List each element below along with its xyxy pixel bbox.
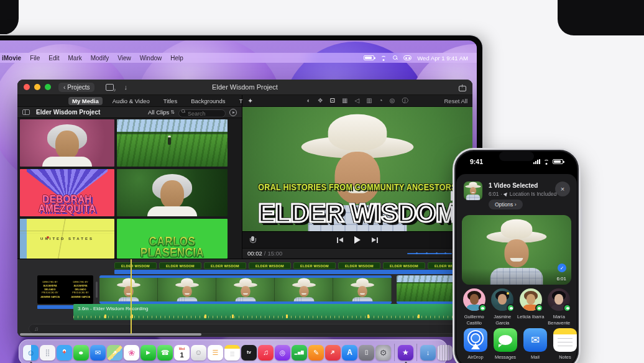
media-tab[interactable]: Backgrounds <box>187 97 229 105</box>
airdrop-contact[interactable]: Jasmine Garcia <box>489 288 516 327</box>
clip-thumbnail-us-map[interactable]: UNITED STATES <box>20 219 114 259</box>
title-clip[interactable]: ELDER WISDOM <box>114 262 157 269</box>
share-app[interactable]: Messages <box>494 328 517 360</box>
credits-clip[interactable]: DIRECTED BYALEJANDRA DELGADO PRODUCED BY… <box>37 275 93 304</box>
dock-icon[interactable]: ● <box>73 345 89 361</box>
dock-icon[interactable]: ❀ <box>124 345 139 361</box>
dock-icon[interactable]: ☺ <box>23 345 39 361</box>
title-clip-connector-bar[interactable] <box>114 270 459 274</box>
title-clip[interactable]: ELDER WISDOM <box>293 262 336 269</box>
clip-trim-handle[interactable] <box>96 282 98 298</box>
dock-icon[interactable] <box>416 344 417 361</box>
menu-item[interactable]: Modify <box>91 55 109 62</box>
adjustment-icon[interactable]: ◁ <box>354 98 359 104</box>
play-button[interactable] <box>354 236 361 244</box>
clip-thumbnail-carlos-title[interactable]: CARLOS PLASENCIA <box>117 219 228 259</box>
adjustment-icon[interactable]: ❖ <box>318 98 323 104</box>
sidebar-toggle-icon[interactable] <box>22 109 30 115</box>
menu-item[interactable]: File <box>30 55 40 62</box>
menu-item[interactable]: Help <box>170 55 183 62</box>
selected-checkmark-icon[interactable]: ✓ <box>558 264 566 272</box>
adjustment-icon[interactable]: ◎ <box>390 98 395 104</box>
timeline-zoom-slider[interactable] <box>407 250 456 256</box>
reset-all-button[interactable]: Reset All <box>444 98 468 104</box>
back-to-projects-button[interactable]: ‹ Projects <box>58 83 94 92</box>
background-music-well[interactable]: ♫ <box>29 324 460 334</box>
dock-icon[interactable]: ⚙ <box>375 345 391 361</box>
adjustment-icon[interactable]: ⓘ <box>402 98 408 104</box>
selected-video-clip[interactable] <box>99 275 392 304</box>
title-clip[interactable]: ELDER WISDOM <box>204 262 246 269</box>
dock-icon[interactable]: ✦ <box>57 345 72 361</box>
search-input[interactable] <box>178 109 226 117</box>
airdrop-contact[interactable]: Leticia Ibarra <box>517 288 545 327</box>
dock-icon[interactable]: ▂▅▇ <box>292 345 307 361</box>
dock-icon[interactable]: ▯ <box>359 345 374 361</box>
menu-item[interactable]: View <box>117 55 131 62</box>
adjustment-icon[interactable]: ▥ <box>366 98 372 104</box>
zoom-window-button[interactable] <box>45 84 51 90</box>
dock-icon[interactable]: Wed 1 <box>174 345 190 361</box>
share-app[interactable]: Notes <box>553 328 577 360</box>
previous-frame-button[interactable] <box>337 237 343 243</box>
adjustment-icon[interactable]: ⊡ <box>330 98 335 104</box>
dock-icon[interactable]: ✎ <box>308 345 324 361</box>
title-clip[interactable]: ELDER WISDOM <box>249 262 291 269</box>
media-browser-icon[interactable] <box>106 84 114 91</box>
video-viewer[interactable]: ORAL HISTORIES FROM COMMUNITY ANCESTORS … <box>242 107 472 231</box>
video-preview-card[interactable]: ✓ 6:01 <box>462 215 571 285</box>
dock-icon[interactable]: ➔ <box>325 345 341 361</box>
share-app[interactable]: AirDrop <box>464 328 487 360</box>
dock-icon[interactable]: ☰ <box>208 345 223 361</box>
dock-icon[interactable]: ◎ <box>275 345 290 361</box>
clip-thumbnail-portrait-pink[interactable] <box>20 119 114 167</box>
farm-video-clip[interactable] <box>397 275 460 304</box>
dock-icon[interactable] <box>437 345 453 361</box>
menu-item[interactable]: iMovie <box>2 55 21 62</box>
media-tab[interactable]: My Media <box>68 97 103 105</box>
dock-icon[interactable]: ☰ <box>224 345 240 361</box>
clip-thumbnail-deborah-title[interactable]: DEBORAH AMÉZQUITA <box>20 169 114 216</box>
dock-icon[interactable]: ☺ <box>191 345 206 361</box>
airdrop-contact[interactable]: María Benavente <box>545 288 573 327</box>
adjustment-icon[interactable]: ▦ <box>342 98 347 104</box>
close-window-button[interactable] <box>24 84 30 90</box>
dock-icon[interactable]: A <box>342 345 357 361</box>
dock-icon[interactable]: ↓ <box>420 345 436 361</box>
title-clip[interactable]: ELDER WISDOM <box>159 262 201 269</box>
clip-thumbnail-elder-woman[interactable] <box>117 169 228 216</box>
dock-icon[interactable]: ✉ <box>90 345 106 361</box>
timeline-scrollbar[interactable] <box>20 333 201 336</box>
menu-item[interactable]: Edit <box>48 55 59 62</box>
dock-icon[interactable]: ➔ <box>107 345 122 361</box>
media-tab[interactable]: Titles <box>160 97 181 105</box>
media-tab[interactable]: Audio & Video <box>109 97 154 105</box>
dock-icon[interactable]: ▶ <box>140 345 156 361</box>
options-button[interactable]: Options › <box>489 200 523 209</box>
import-download-icon[interactable]: ↓ <box>124 83 127 91</box>
menu-item[interactable]: Window <box>140 55 162 62</box>
adjustment-icon[interactable]: ◔ <box>379 98 383 104</box>
title-clip[interactable]: ELDER WISDOM <box>383 262 425 269</box>
playhead[interactable] <box>131 259 132 334</box>
clips-filter-dropdown[interactable]: All Clips ⇅ <box>148 109 175 116</box>
dock-icon[interactable]: ♫ <box>258 345 274 361</box>
dock-icon[interactable]: ☎ <box>157 345 173 361</box>
wifi-icon[interactable] <box>380 55 387 61</box>
dock-icon[interactable]: ⣿ <box>40 345 55 361</box>
dock-icon[interactable] <box>394 344 395 361</box>
control-center-icon[interactable] <box>403 55 412 60</box>
airdrop-contact[interactable]: Guillermo Castillo <box>461 288 488 327</box>
filmstrip-play-icon[interactable] <box>229 109 237 116</box>
dock-icon[interactable]: tv <box>241 345 257 361</box>
clip-thumbnail-farm-field[interactable] <box>117 119 228 167</box>
dock-icon[interactable]: ★ <box>398 345 413 361</box>
menu-item[interactable]: Mark <box>68 55 81 62</box>
next-frame-button[interactable] <box>372 237 378 243</box>
minimize-window-button[interactable] <box>34 84 40 90</box>
menu-bar-clock[interactable]: Wed Apr 1 9:41 AM <box>417 55 468 62</box>
search-icon[interactable] <box>393 55 398 60</box>
adjustment-icon[interactable]: ◐ <box>307 98 311 104</box>
share-app[interactable]: ✉ Mail <box>523 328 547 360</box>
battery-icon[interactable] <box>364 55 374 60</box>
